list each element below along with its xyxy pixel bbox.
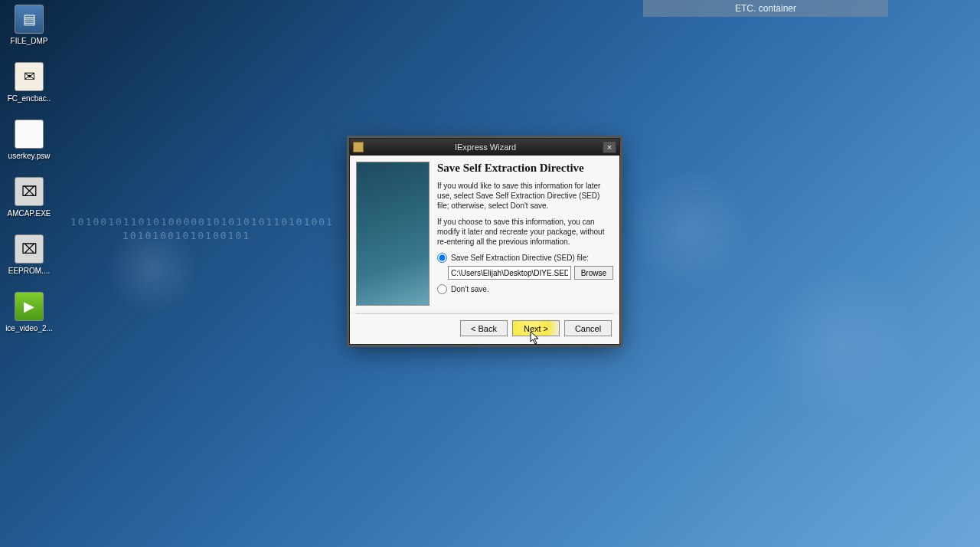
wizard-content: Save Self Extraction Directive If you wo… <box>437 162 613 306</box>
amcap-icon: ⌧ <box>15 177 44 206</box>
desktop-icon-fc-encbac[interactable]: ✉FC_encbac.. <box>5 62 54 103</box>
browse-button[interactable]: Browse <box>574 266 613 280</box>
radio-dont-label: Don't save. <box>451 285 489 293</box>
sed-path-input[interactable] <box>448 266 571 280</box>
radio-dont-save[interactable] <box>437 284 447 294</box>
amcap-label: AMCAP.EXE <box>7 209 51 218</box>
close-icon[interactable]: × <box>603 141 616 153</box>
radio-save-label: Save Self Extraction Directive (SED) fil… <box>451 254 589 262</box>
wallpaper-binary-1: 10100101101010000010101010110101001 <box>70 216 334 228</box>
radio-save[interactable] <box>437 253 447 263</box>
file-dmp-label: FILE_DMP <box>11 37 48 45</box>
wizard-side-image <box>356 162 430 306</box>
desktop-icon-ice-video[interactable]: ▶ice_video_2... <box>5 292 54 332</box>
fc-encbac-icon: ✉ <box>15 62 44 91</box>
back-button[interactable]: < Back <box>460 320 508 336</box>
wizard-title: IExpress Wizard <box>368 142 603 152</box>
path-row: Browse <box>448 266 613 280</box>
eeprom-icon: ⌧ <box>15 234 44 264</box>
window-title-remote: ETC. container <box>643 0 888 17</box>
userkey-label: userkey.psw <box>8 152 51 160</box>
radio-dont-row[interactable]: Don't save. <box>437 284 613 294</box>
iexpress-wizard-dialog: IExpress Wizard × Save Self Extraction D… <box>349 138 620 345</box>
cancel-button[interactable]: Cancel <box>564 320 612 336</box>
ice-video-label: ice_video_2... <box>5 324 53 332</box>
fc-encbac-label: FC_encbac.. <box>8 94 51 103</box>
wizard-buttons: < Back Next > Cancel <box>350 314 619 344</box>
wallpaper-binary-2: 10101001010100101 <box>122 230 250 241</box>
desktop-icon-userkey[interactable]: userkey.psw <box>5 120 54 160</box>
wizard-para-1: If you would like to save this informati… <box>437 181 613 211</box>
wizard-heading: Save Self Extraction Directive <box>437 162 613 175</box>
wizard-para-2: If you choose to save this information, … <box>437 217 613 247</box>
desktop-icon-file-dmp[interactable]: ▤FILE_DMP <box>5 5 54 45</box>
desktop-icon-eeprom[interactable]: ⌧EEPROM.... <box>5 234 54 275</box>
ice-video-icon: ▶ <box>15 292 44 321</box>
wizard-app-icon <box>353 142 364 152</box>
wizard-body: Save Self Extraction Directive If you wo… <box>350 156 619 312</box>
next-button[interactable]: Next > <box>512 320 560 336</box>
userkey-icon <box>15 120 44 149</box>
desktop-icon-amcap[interactable]: ⌧AMCAP.EXE <box>5 177 54 218</box>
file-dmp-icon: ▤ <box>15 5 44 34</box>
eeprom-label: EEPROM.... <box>8 267 50 275</box>
wizard-titlebar[interactable]: IExpress Wizard × <box>350 139 619 156</box>
radio-save-row[interactable]: Save Self Extraction Directive (SED) fil… <box>437 253 613 263</box>
desktop-icons: ▤FILE_DMP✉FC_encbac..userkey.psw⌧AMCAP.E… <box>5 5 54 332</box>
